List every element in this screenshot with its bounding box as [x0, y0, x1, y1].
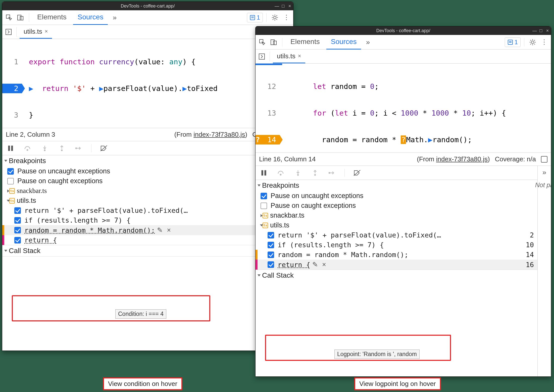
deactivate-bp-icon[interactable]: [99, 143, 109, 153]
tab-sources[interactable]: Sources: [326, 35, 361, 50]
breakpoint-file[interactable]: utils.ts: [2, 196, 293, 206]
step-out-icon[interactable]: [310, 168, 320, 178]
step-into-icon[interactable]: [293, 168, 303, 178]
checkbox[interactable]: [268, 242, 274, 248]
breakpoint-item[interactable]: if (results.length >= 7) {10: [256, 240, 537, 250]
breakpoint-option[interactable]: Pause on uncaught exceptions: [2, 166, 293, 176]
step-over-icon[interactable]: [276, 168, 286, 178]
step-icon[interactable]: [74, 143, 84, 153]
drawer-icon[interactable]: [257, 52, 267, 61]
disclosure-icon: [4, 160, 7, 162]
breakpoint-item[interactable]: return '$' + parseFloat(value).toFixed(……: [2, 206, 293, 215]
separator: [282, 38, 282, 46]
checkbox[interactable]: [14, 217, 21, 224]
file-tab-utils[interactable]: utils.ts ×: [273, 50, 305, 63]
breakpoint-item[interactable]: if (results.length >= 7) {10: [2, 215, 293, 225]
tab-sources[interactable]: Sources: [73, 10, 108, 25]
breakpoint-option[interactable]: Pause on uncaught exceptions: [256, 191, 537, 201]
pause-icon[interactable]: [259, 168, 269, 178]
file-tab-utils[interactable]: utils.ts ×: [20, 25, 52, 39]
device-icon[interactable]: [16, 13, 25, 22]
checkbox[interactable]: [268, 252, 274, 258]
code-editor[interactable]: 1 2 3 4 5 6 7 8 9 export function curren…: [2, 39, 293, 128]
maximize-icon[interactable]: □: [281, 4, 285, 9]
svg-point-16: [531, 41, 534, 43]
kebab-icon[interactable]: ⋮: [282, 13, 291, 22]
checkbox[interactable]: [261, 203, 267, 209]
disclosure-icon: [261, 214, 263, 217]
kebab-icon[interactable]: ⋮: [539, 37, 549, 47]
breakpoint-option[interactable]: Pause on caught exceptions: [2, 176, 293, 186]
checkbox[interactable]: [14, 237, 21, 243]
source-link[interactable]: index-73f73a80.js: [193, 131, 245, 138]
breakpoint-item[interactable]: random = random * Math.random();✎×14: [2, 225, 293, 235]
checkbox[interactable]: [14, 227, 21, 233]
more-tabs-icon[interactable]: »: [363, 37, 373, 47]
step-out-icon[interactable]: [57, 143, 67, 153]
checkbox[interactable]: [7, 168, 14, 175]
checkbox[interactable]: [268, 261, 274, 268]
issues-count: 1: [515, 39, 518, 46]
issues-badge[interactable]: 1: [505, 37, 521, 47]
disclosure-icon: [7, 189, 9, 192]
pane-header[interactable]: Breakpoints: [256, 180, 537, 191]
delete-icon[interactable]: ×: [167, 226, 171, 234]
breakpoints-pane: Breakpoints Pause on uncaught exceptions…: [256, 180, 537, 270]
edit-icon[interactable]: ✎: [157, 226, 163, 234]
inspect-icon[interactable]: [258, 37, 267, 47]
breakpoint-item[interactable]: return {16: [2, 235, 293, 245]
source-link[interactable]: index-73f73a80.js: [436, 155, 488, 163]
checkbox[interactable]: [268, 232, 274, 238]
issues-badge[interactable]: 1: [247, 13, 263, 22]
tooltip: Logpoint: 'Random is ', random: [334, 350, 420, 359]
breakpoint-item[interactable]: return {✎×16: [256, 260, 537, 270]
gear-icon[interactable]: [528, 37, 537, 47]
minimize-icon[interactable]: —: [532, 28, 536, 33]
line-number[interactable]: 12: [256, 82, 280, 91]
close-icon[interactable]: ×: [298, 53, 301, 59]
breakpoint-option[interactable]: Pause on caught exceptions: [256, 201, 537, 211]
tab-elements[interactable]: Elements: [33, 10, 71, 25]
line-number[interactable]: 2: [2, 84, 22, 93]
line-number[interactable]: 1: [2, 57, 22, 67]
collapse-icon[interactable]: [541, 156, 547, 163]
pane-header-callstack[interactable]: Call Stack: [256, 270, 537, 281]
line-number[interactable]: 3: [2, 110, 22, 120]
code-editor[interactable]: 12 13 ?14 15 ‥16 17 18 19 20 let random …: [256, 64, 551, 153]
tab-elements[interactable]: Elements: [286, 35, 324, 50]
checkbox[interactable]: [7, 178, 14, 184]
pane-header[interactable]: Breakpoints: [2, 155, 293, 166]
line-number[interactable]: 13: [256, 108, 280, 118]
gear-icon[interactable]: [270, 13, 280, 22]
edit-icon[interactable]: ✎: [312, 261, 318, 269]
breakpoint-file[interactable]: snackbar.ts: [2, 186, 293, 196]
svg-point-8: [27, 149, 28, 151]
checkbox[interactable]: [14, 207, 21, 214]
expand-icon[interactable]: »: [542, 168, 546, 176]
pane-header-callstack[interactable]: Call Stack: [2, 245, 293, 257]
maximize-icon[interactable]: □: [539, 28, 543, 33]
breakpoint-item[interactable]: return '$' + parseFloat(value).toFixed(……: [256, 230, 537, 240]
disclosure-icon: [258, 184, 261, 186]
svg-point-4: [274, 16, 276, 19]
close-icon[interactable]: ×: [45, 28, 48, 35]
line-number[interactable]: ?14: [256, 135, 280, 144]
step-into-icon[interactable]: [40, 143, 49, 153]
breakpoint-file[interactable]: utils.ts: [256, 220, 537, 230]
drawer-icon[interactable]: [4, 27, 13, 37]
delete-icon[interactable]: ×: [322, 261, 326, 269]
inspect-icon[interactable]: [4, 13, 14, 22]
breakpoint-file[interactable]: snackbar.ts: [256, 211, 537, 220]
minimize-icon[interactable]: —: [275, 4, 279, 9]
close-icon[interactable]: ×: [545, 28, 549, 33]
more-tabs-icon[interactable]: »: [110, 13, 119, 22]
close-icon[interactable]: ×: [288, 4, 292, 9]
breakpoint-item[interactable]: random = random * Math.random();14: [256, 250, 537, 260]
step-over-icon[interactable]: [23, 143, 32, 153]
device-icon[interactable]: [269, 37, 279, 47]
deactivate-bp-icon[interactable]: [352, 168, 362, 178]
pause-icon[interactable]: [6, 143, 15, 153]
step-icon[interactable]: [327, 168, 337, 178]
checkbox[interactable]: [261, 193, 267, 199]
svg-rect-1: [18, 15, 21, 20]
